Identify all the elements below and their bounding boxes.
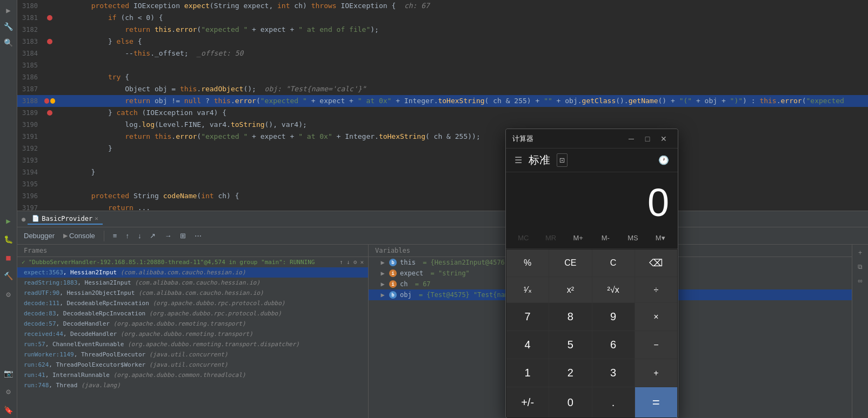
frame-item[interactable]: decode:111, DecodeableRpcInvocation (org…	[17, 298, 368, 308]
calc-button-_[interactable]: .	[592, 387, 635, 417]
tab-close-button[interactable]: ✕	[95, 215, 98, 222]
calc-button-_[interactable]: ÷	[635, 277, 677, 302]
frames-panel: Frames ✓ "DubboServerHandler-192.168.85.…	[17, 245, 369, 418]
frame-item[interactable]: expect:3563, Hessian2Input (com.alibaba.…	[17, 267, 368, 278]
code-line-3193: 3193	[17, 154, 868, 166]
sidebar-debug-icon[interactable]: 🐛	[1, 232, 16, 247]
calc-button-_[interactable]: +	[635, 359, 677, 387]
calc-button-_[interactable]: ⌫	[635, 250, 677, 277]
step-into-button[interactable]: ↓	[136, 231, 144, 241]
line-number: 3181	[17, 12, 44, 24]
thread-item[interactable]: ✓ "DubboServerHandler-192.168.85.1:20880…	[17, 257, 368, 267]
run-to-cursor-button[interactable]: →	[162, 231, 173, 241]
calc-close-button[interactable]: ✕	[656, 131, 671, 146]
step-out-button[interactable]: ↗	[148, 231, 158, 241]
frame-item[interactable]: decode:83, DecodeableRpcInvocation (org.…	[17, 308, 368, 319]
calc-button-8[interactable]: 8	[549, 303, 591, 331]
code-line-3186: 3186 try {	[17, 71, 868, 83]
sidebar-bookmark-icon[interactable]: 🔖	[1, 402, 16, 417]
calc-history-icon[interactable]: 🕐	[658, 155, 669, 165]
calculator: 计算器 ─ □ ✕ ☰ 标准 ⊡ 🕐 0 MCMRM+M-MSM▾ %CEC⌫¹…	[505, 129, 678, 418]
var-name: expect	[400, 269, 423, 277]
more-button[interactable]: ⋯	[192, 231, 204, 241]
frame-item[interactable]: runWorker:1149, ThreadPoolExecutor (java…	[17, 349, 368, 360]
calc-button-x_[interactable]: x²	[549, 277, 591, 302]
var-expand-icon[interactable]: ▶	[379, 281, 386, 287]
frame-item[interactable]: run:748, Thread (java.lang)	[17, 380, 368, 390]
calc-win-buttons: ─ □ ✕	[624, 131, 671, 146]
line-code: }	[55, 143, 868, 154]
calc-button-C[interactable]: C	[592, 250, 635, 277]
code-line-3196: 3196 protected String codeName(int ch) {	[17, 190, 868, 202]
sidebar-stop-icon[interactable]: ■	[1, 250, 16, 265]
calc-button-1[interactable]: 1	[506, 359, 549, 387]
frames-list-button[interactable]: ≡	[111, 231, 119, 241]
calc-number: 0	[515, 183, 669, 222]
add-watch-button[interactable]: +	[854, 247, 866, 259]
line-gutter	[44, 15, 55, 21]
frame-item[interactable]: run:41, InternalRunnable (org.apache.dub…	[17, 370, 368, 380]
code-line-3195: 3195	[17, 178, 868, 190]
calc-memory-button-ms[interactable]: MS	[620, 230, 646, 246]
tab-basic-provider[interactable]: 📄 BasicProvider ✕	[28, 214, 103, 225]
line-code: if (ch < 0) {	[55, 12, 868, 24]
calc-button-5[interactable]: 5	[549, 331, 591, 359]
calc-button-__x[interactable]: ²√x	[592, 277, 635, 302]
calc-button-_[interactable]: ×	[635, 303, 677, 331]
calc-button-3[interactable]: 3	[592, 359, 635, 387]
calc-memory-button-m[interactable]: M+	[565, 230, 591, 246]
sidebar-settings-icon[interactable]: ⚙	[1, 384, 16, 399]
sidebar-wrench-icon[interactable]: ⚙	[1, 287, 16, 302]
calc-memory-button-mr[interactable]: MR	[538, 230, 564, 246]
calc-button-7[interactable]: 7	[506, 303, 549, 331]
frame-item[interactable]: received:44, DecodeHandler (org.apache.d…	[17, 329, 368, 339]
frame-item[interactable]: readString:1883, Hessian2Input (com.alib…	[17, 278, 368, 288]
calc-memory-button-m[interactable]: M-	[592, 230, 619, 246]
var-expand-icon[interactable]: ▶	[379, 259, 386, 266]
evaluate-button[interactable]: ⊞	[178, 231, 188, 241]
tab-label: BasicProvider	[42, 215, 92, 223]
debugger-tab-button[interactable]: Debugger	[22, 231, 57, 241]
var-expand-icon[interactable]: ▶	[379, 292, 386, 298]
copy-button[interactable]: ⧉	[854, 261, 866, 273]
debug-tab-bar: ● 📄 BasicProvider ✕	[17, 211, 868, 227]
calc-button-2[interactable]: 2	[549, 359, 591, 387]
calc-button-4[interactable]: 4	[506, 331, 549, 359]
var-name: obj	[400, 291, 412, 299]
calc-button-_[interactable]: −	[635, 331, 677, 359]
frame-item[interactable]: run:624, ThreadPoolExecutor$Worker (java…	[17, 360, 368, 370]
calc-snap-icon[interactable]: ⊡	[557, 153, 567, 167]
step-over-button[interactable]: ↑	[123, 231, 131, 241]
frame-item[interactable]: readUTF:90, Hessian2ObjectInput (com.ali…	[17, 288, 368, 298]
code-line-3187: 3187 Object obj = this.readObject(); obj…	[17, 83, 868, 95]
sidebar-camera-icon[interactable]: 📷	[1, 366, 16, 381]
sidebar-run-icon[interactable]: ▶	[1, 3, 16, 18]
calc-button-___[interactable]: ¹⁄ₓ	[506, 277, 549, 302]
calc-menu-icon[interactable]: ☰	[515, 155, 522, 165]
calc-button-___[interactable]: +/-	[506, 387, 549, 417]
calc-memory-button-m[interactable]: M▾	[647, 230, 673, 246]
sidebar-search-icon[interactable]: 🔍	[1, 35, 16, 50]
line-code: } else {	[55, 36, 868, 48]
sidebar-tools-icon[interactable]: 🔧	[1, 19, 16, 34]
calc-button-CE[interactable]: CE	[549, 250, 591, 277]
frame-item[interactable]: run:57, ChannelEventRunnable (org.apache…	[17, 339, 368, 349]
line-number: 3190	[17, 119, 44, 131]
calc-button-_[interactable]: =	[635, 387, 677, 417]
line-number: 3197	[17, 202, 44, 211]
line-number: 3196	[17, 190, 44, 202]
sidebar-build-icon[interactable]: 🔨	[1, 268, 16, 284]
calc-button-_[interactable]: %	[506, 250, 549, 277]
console-tab-button[interactable]: ▶ Console	[61, 231, 97, 241]
calc-mode[interactable]: 标准	[529, 153, 550, 167]
frame-item[interactable]: decode:57, DecodeHandler (org.apache.dub…	[17, 319, 368, 329]
calc-button-9[interactable]: 9	[592, 303, 635, 331]
calc-maximize-button[interactable]: □	[640, 131, 655, 146]
var-expand-icon[interactable]: ▶	[379, 270, 386, 277]
settings-button[interactable]: ∞	[854, 275, 866, 287]
calc-minimize-button[interactable]: ─	[624, 131, 639, 146]
calc-memory-button-mc[interactable]: MC	[510, 230, 537, 246]
sidebar-play-icon[interactable]: ▶	[1, 213, 16, 228]
calc-button-6[interactable]: 6	[592, 331, 635, 359]
calc-button-0[interactable]: 0	[549, 387, 591, 417]
